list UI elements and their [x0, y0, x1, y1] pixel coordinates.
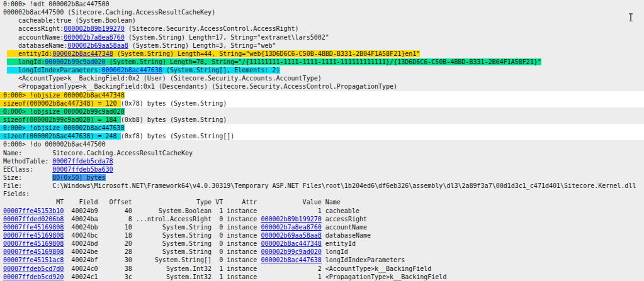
- console-text: 40024bd 20 System.String 0 instance: [64, 240, 261, 247]
- console-text: 40024c0 38 System.Int32 1 instance 2 <Ac…: [64, 265, 431, 272]
- address-link[interactable]: 00007ffdeb5cd7d0: [3, 265, 64, 272]
- console-text: MethodTable:: [3, 158, 52, 165]
- console-line: 00007ffded0206b8 40024ba 8 ...ntrol.Acce…: [0, 215, 644, 223]
- console-text: 40024c1 3c System.Int32 1 instance 1 <Pr…: [64, 273, 446, 280]
- console-line: cacheable:true (System.Boolean): [0, 16, 644, 25]
- address-link[interactable]: 00007ffded0206b8: [3, 216, 64, 223]
- address-link[interactable]: 00007ffe45169808: [3, 232, 64, 239]
- console-line: Name: Sitecore.Caching.AccessResultCache…: [0, 149, 644, 157]
- console-line: 00007ffe45169808 40024bd 20 System.Strin…: [0, 240, 644, 248]
- console-line: 0:000> !mdt 000002b8ac447500: [0, 0, 644, 8]
- console-text: 000002b8ac447500 (Sitecore.Caching.Acces…: [3, 9, 215, 16]
- console-text: accessRight:: [3, 25, 64, 32]
- address-link[interactable]: 00007ffe45169808: [3, 240, 64, 247]
- highlighted-text: 0:000> !objsize 000002b8ac447348: [0, 92, 125, 99]
- console-text: Size:: [3, 174, 52, 181]
- console-text: MT Field Offset Type VT Attr Value Name: [3, 199, 341, 206]
- address-link[interactable]: 000002b8ac447638: [102, 67, 162, 74]
- address-link[interactable]: 00007ffe45153b10: [3, 207, 64, 214]
- console-text: 40024bb 10 System.String 0 instance: [64, 224, 261, 231]
- console-text: Name: Sitecore.Caching.AccessResultCache…: [3, 150, 193, 157]
- console-text: 40024be 28 System.String 0 instance: [64, 248, 261, 255]
- console-line: 00007ffe45151ac8 40024bf 30 System.Strin…: [0, 256, 644, 264]
- address-link[interactable]: 000002b69aa58aa8: [67, 42, 128, 49]
- address-link[interactable]: 000002b89b199270: [261, 216, 321, 223]
- console-line: 0:000> !do 000002b8ac447500: [0, 140, 644, 148]
- console-text: cacheable:true (System.Boolean): [3, 17, 136, 24]
- console-line: Size: 80(0x50) bytes: [0, 174, 644, 182]
- objsize-longid-block: 0:000> !objsize 000002b99c9ad020sizeof(0…: [0, 107, 644, 124]
- console-line: 00007ffe45169808 40024be 28 System.Strin…: [0, 248, 644, 256]
- console-text: accountName: [322, 224, 367, 231]
- highlighted-text: (System.String[], Elements: 2): [162, 67, 280, 74]
- address-link[interactable]: 000002b99c9ad020: [261, 248, 321, 255]
- address-link[interactable]: 000002b8ac447348: [52, 50, 113, 57]
- console-line: Fields:: [0, 190, 644, 198]
- console-line: 000002b8ac447500 (Sitecore.Caching.Acces…: [0, 8, 644, 16]
- console-line: <AccountType>k__BackingField:0x2 (User) …: [0, 74, 644, 82]
- console-line: accessRight:000002b89b199270 (Sitecore.S…: [0, 25, 644, 33]
- highlighted-text: longIdIndexParameters:: [7, 67, 102, 74]
- highlighted-text: sizeof(000002b8ac447348) = 120: [0, 100, 121, 107]
- console-text: accountName:: [3, 34, 64, 41]
- address-link[interactable]: 000002b99c9ad020: [45, 58, 105, 65]
- address-link[interactable]: 00007ffdeb5ba630: [52, 166, 113, 173]
- console-text: File: C:\Windows\Microsoft.NET\Framework…: [3, 182, 636, 189]
- address-link[interactable]: 00007ffdeb5cd920: [3, 273, 64, 280]
- console-line: 00007ffe45169808 40024bc 18 System.Strin…: [0, 231, 644, 240]
- address-link[interactable]: 00007ffdeb5cda78: [52, 158, 113, 165]
- console-text: 40024b9 40 System.Boolean 1 instance 1 c…: [64, 207, 359, 214]
- address-link[interactable]: 000002b7a8ea8760: [261, 224, 321, 231]
- console-line: 00007ffdeb5cd7d0 40024c0 38 System.Int32…: [0, 265, 644, 273]
- console-text: longIdIndexParameters: [322, 256, 405, 263]
- console-line: sizeof(000002b99c9ad020) = 184 (0xb8) by…: [0, 116, 644, 124]
- highlighted-text: sizeof(000002b99c9ad020) = 184: [0, 116, 121, 123]
- console-line: File: C:\Windows\Microsoft.NET\Framework…: [0, 182, 644, 190]
- console-text: accessRight: [322, 216, 367, 223]
- console-line: 00007ffe45169808 40024bb 10 System.Strin…: [0, 223, 644, 231]
- console-line: sizeof(000002b8ac447638) = 248 (0xf8) by…: [0, 132, 644, 140]
- address-link[interactable]: 00007ffe45169808: [3, 224, 64, 231]
- console-line: accountName:000002b7a8ea8760 (System.Str…: [0, 33, 644, 41]
- address-link[interactable]: 00007ffe45169808: [3, 248, 64, 255]
- size-value-selected: 80(0x50) bytes: [52, 174, 105, 181]
- console-text: 0:000> !do 000002b8ac447500: [3, 141, 106, 148]
- console-line: longId:000002b99c9ad020 (System.String) …: [0, 58, 644, 66]
- console-text: (0x78) bytes (System.String): [121, 100, 227, 107]
- console-line: sizeof(000002b8ac447348) = 120 (0x78) by…: [0, 99, 644, 107]
- address-link[interactable]: 000002b69aa58aa8: [261, 232, 321, 239]
- highlighted-text: 0:000> !objsize 000002b99c9ad020: [0, 108, 125, 115]
- console-line: longIdIndexParameters:000002b8ac447638 (…: [0, 66, 644, 74]
- console-text: entityId: [322, 240, 356, 247]
- console-text: 40024bf 30 System.String[] 0 instance: [64, 256, 261, 263]
- address-link[interactable]: 000002b8ac447638: [261, 256, 321, 263]
- highlighted-text: (System.String) Length=44, String="web{1…: [113, 50, 421, 57]
- highlighted-text: longId:: [7, 58, 45, 65]
- console-line: databaseName:000002b69aa58aa8 (System.St…: [0, 41, 644, 50]
- console-text: (0xf8) bytes (System.String[]): [121, 133, 235, 140]
- console-text: <AccountType>k__BackingField:0x2 (User) …: [3, 75, 322, 82]
- console-line: 00007ffdeb5cd920 40024c1 3c System.Int32…: [0, 273, 644, 281]
- console-text: 0:000> !mdt 000002b8ac447500: [3, 1, 110, 8]
- console-text: 40024bc 18 System.String 0 instance: [64, 232, 261, 239]
- address-link[interactable]: 000002b7a8ea8760: [64, 34, 124, 41]
- console-line: 0:000> !objsize 000002b8ac447638: [0, 124, 644, 132]
- highlighted-text: 0:000> !objsize 000002b8ac447638: [0, 124, 125, 131]
- console-line: 0:000> !objsize 000002b8ac447348: [0, 91, 644, 99]
- console-line: entityId:000002b8ac447348 (System.String…: [0, 50, 644, 58]
- console-text: <PropagationType>k__BackingField:0x1 (De…: [3, 83, 397, 90]
- address-link[interactable]: 000002b89b199270: [64, 25, 124, 32]
- address-link[interactable]: 00007ffe45151ac8: [3, 256, 64, 263]
- console-line: 00007ffe45153b10 40024b9 40 System.Boole…: [0, 207, 644, 215]
- console-text: EEClass:: [3, 166, 52, 173]
- console-line: MethodTable: 00007ffdeb5cda78: [0, 157, 644, 165]
- console-text: (System.String) Length=17, String="extra…: [125, 34, 329, 41]
- console-line: MT Field Offset Type VT Attr Value Name: [0, 198, 644, 206]
- console-text: Fields:: [3, 190, 30, 197]
- address-link[interactable]: 000002b8ac447348: [261, 240, 321, 247]
- highlighted-text: sizeof(000002b8ac447638) = 248: [0, 133, 121, 140]
- mdt-command-block: 0:000> !mdt 000002b8ac447500000002b8ac44…: [0, 0, 644, 91]
- do-command-block: 0:000> !do 000002b8ac447500Name: Sitecor…: [0, 140, 644, 280]
- console-text: (Sitecore.Security.AccessControl.AccessR…: [125, 25, 299, 32]
- console-line: <PropagationType>k__BackingField:0x1 (De…: [0, 82, 644, 91]
